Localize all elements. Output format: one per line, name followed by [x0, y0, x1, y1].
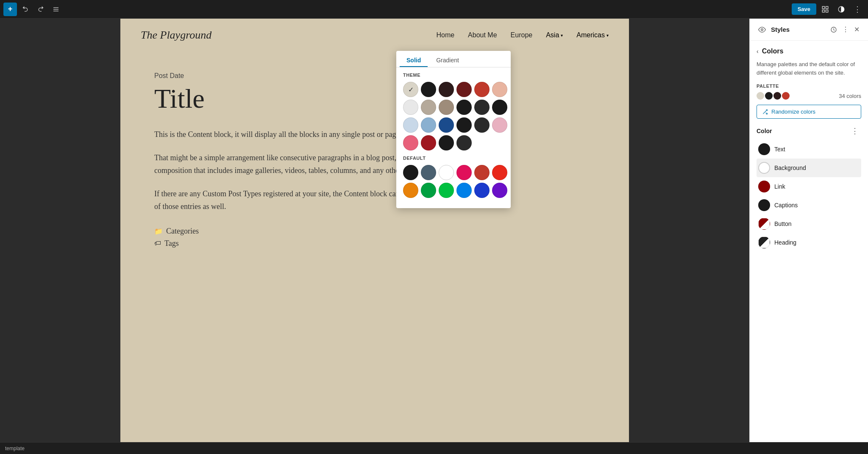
button-color-circle	[758, 218, 770, 230]
toolbar-right: Save ⋮	[792, 3, 865, 16]
swatch-red[interactable]	[474, 82, 490, 97]
randomize-label: Randomize colors	[771, 109, 815, 115]
swatch-coral[interactable]	[403, 135, 418, 150]
swatch-peach[interactable]	[492, 82, 507, 97]
swatch-brown[interactable]	[439, 100, 454, 115]
swatch-pink[interactable]	[492, 117, 507, 133]
site-menu: Home About Me Europe Asia ▾ Americas ▾	[436, 31, 609, 39]
tag-icon: 🏷	[154, 240, 161, 247]
sidebar-close-btn[interactable]: ✕	[852, 24, 861, 35]
def-swatch-darkblue[interactable]	[474, 183, 490, 198]
heading-color-circle	[758, 237, 770, 248]
picker-tabs: Solid Gradient	[396, 51, 511, 67]
tags-label: Tags	[164, 239, 179, 248]
categories-label: Categories	[166, 227, 199, 236]
swatch-darkred[interactable]	[456, 82, 472, 97]
swatch-tan[interactable]	[421, 100, 436, 115]
tab-solid[interactable]: Solid	[400, 54, 428, 67]
list-view-button[interactable]	[49, 3, 63, 16]
palette-swatch-3	[773, 92, 781, 100]
captions-color-circle	[758, 199, 770, 211]
theme-section-title: THEME	[403, 72, 504, 78]
colors-title: Colors	[762, 47, 784, 55]
button-label: Button	[774, 220, 791, 227]
tab-gradient[interactable]: Gradient	[429, 54, 466, 67]
def-swatch-brightgreen[interactable]	[439, 183, 454, 198]
svg-rect-6	[826, 10, 828, 12]
swatch-black-3[interactable]	[492, 100, 507, 115]
def-swatch-brightred[interactable]	[492, 165, 507, 180]
captions-label: Captions	[774, 202, 798, 209]
post-meta: 📁 Categories 🏷 Tags	[154, 227, 468, 248]
view-toggle-button[interactable]	[818, 4, 832, 15]
swatch-black-2[interactable]	[456, 100, 472, 115]
randomize-colors-button[interactable]: Randomize colors	[757, 105, 861, 119]
swatch-blue[interactable]	[421, 117, 436, 133]
swatch-black-5[interactable]	[439, 135, 454, 150]
def-swatch-black[interactable]	[403, 165, 418, 180]
sidebar-more-btn[interactable]: ⋮	[840, 24, 851, 35]
more-options-button[interactable]: ⋮	[850, 3, 865, 16]
history-icon-btn[interactable]	[829, 24, 839, 35]
main-layout: The Playground Home About Me Europe Asia…	[0, 19, 868, 442]
swatch-darkgray-1[interactable]	[474, 100, 490, 115]
color-section-menu-btn[interactable]: ⋮	[849, 125, 861, 136]
swatch-black-4[interactable]	[456, 117, 472, 133]
text-color-circle	[758, 143, 770, 155]
color-item-heading[interactable]: Heading	[757, 233, 861, 252]
swatch-lightblue[interactable]	[403, 117, 418, 133]
def-swatch-green[interactable]	[421, 183, 436, 198]
swatch-lightgray[interactable]	[403, 100, 418, 115]
def-swatch-pink[interactable]	[456, 165, 472, 180]
redo-button[interactable]	[34, 3, 47, 16]
undo-button[interactable]	[19, 3, 32, 16]
toolbar: + Save ⋮	[0, 0, 868, 19]
color-item-background[interactable]: Background	[757, 159, 861, 177]
def-swatch-orange[interactable]	[403, 183, 418, 198]
template-label: template	[5, 446, 25, 451]
back-icon: ‹	[757, 48, 759, 55]
svg-point-8	[761, 28, 763, 31]
save-button[interactable]: Save	[792, 3, 816, 15]
theme-toggle-button[interactable]	[834, 4, 849, 15]
colors-back-btn[interactable]: ‹ Colors	[757, 47, 861, 55]
background-color-circle	[758, 162, 770, 174]
def-swatch-white[interactable]	[439, 165, 454, 180]
canvas-area[interactable]: The Playground Home About Me Europe Asia…	[0, 19, 749, 442]
theme-swatches-grid	[403, 82, 504, 150]
svg-rect-3	[822, 6, 824, 8]
site-logo: The Playground	[141, 29, 211, 42]
def-swatch-purple[interactable]	[492, 183, 507, 198]
color-item-button[interactable]: Button	[757, 214, 861, 233]
colors-description: Manage palettes and the default color of…	[757, 60, 861, 77]
svg-rect-5	[822, 10, 824, 12]
svg-rect-4	[826, 6, 828, 8]
nav-asia[interactable]: Asia ▾	[546, 31, 563, 39]
swatch-darkgray-3[interactable]	[456, 135, 472, 150]
swatch-darkbrown[interactable]	[439, 82, 454, 97]
swatch-darkblue[interactable]	[439, 117, 454, 133]
nav-home[interactable]: Home	[436, 31, 454, 39]
def-swatch-slate[interactable]	[421, 165, 436, 180]
swatch-cream[interactable]	[403, 82, 418, 97]
nav-about[interactable]: About Me	[468, 31, 497, 39]
nav-americas[interactable]: Americas ▾	[576, 31, 609, 39]
color-section-label: Color	[757, 128, 849, 134]
eye-icon-btn[interactable]	[757, 24, 768, 35]
color-picker-popup: Solid Gradient THEME	[396, 51, 511, 208]
palette-count: 34 colors	[839, 93, 861, 99]
default-swatches-grid	[403, 165, 504, 198]
def-swatch-blue[interactable]	[456, 183, 472, 198]
sidebar-header: Styles ⋮ ✕	[750, 19, 868, 41]
color-item-text[interactable]: Text	[757, 140, 861, 159]
swatch-darkgray-2[interactable]	[474, 117, 490, 133]
color-item-link[interactable]: Link	[757, 177, 861, 196]
americas-chevron-icon: ▾	[606, 33, 609, 38]
palette-swatch-1	[757, 92, 764, 100]
def-swatch-red[interactable]	[474, 165, 490, 180]
swatch-black-1[interactable]	[421, 82, 436, 97]
nav-europe[interactable]: Europe	[511, 31, 533, 39]
add-block-button[interactable]: +	[3, 3, 17, 16]
color-item-captions[interactable]: Captions	[757, 196, 861, 214]
swatch-crimson[interactable]	[421, 135, 436, 150]
